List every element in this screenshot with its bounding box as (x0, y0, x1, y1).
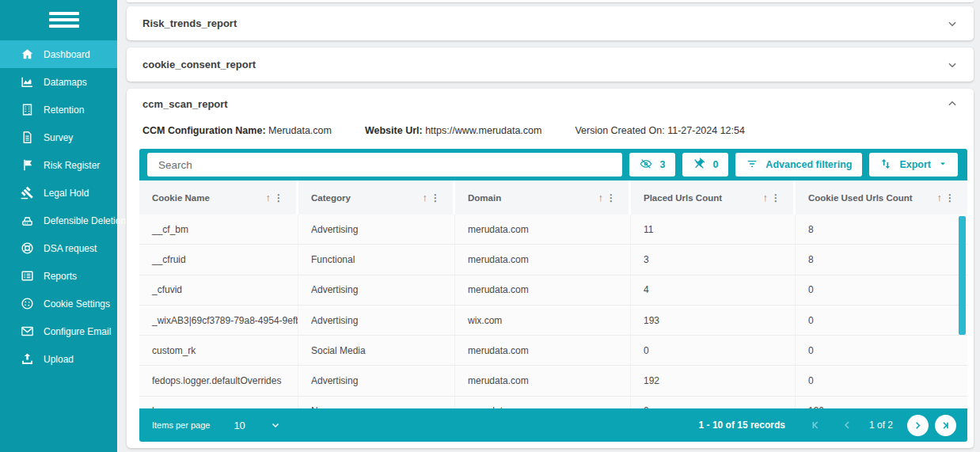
website-url: Website Url: https://www.merudata.com (365, 125, 541, 136)
first-page-icon[interactable] (806, 416, 825, 435)
table-cell: merudata.com (455, 397, 631, 408)
pin-off-icon (693, 158, 705, 173)
chevron-up-icon[interactable] (947, 98, 958, 109)
pinned-columns-button[interactable]: 0 (682, 153, 728, 177)
page-indicator-text: 1 of 2 (869, 420, 893, 431)
column-header-category[interactable]: Category ↑⋮ (298, 180, 455, 215)
sidebar-item-datamaps[interactable]: Datamaps (0, 68, 117, 96)
export-button[interactable]: Export (869, 153, 958, 177)
sidebar-item-dsa-request[interactable]: DSA request (0, 234, 117, 262)
table-cell: hs (139, 397, 298, 408)
table-header: Cookie Name ↑⋮ Category ↑⋮ Domain ↑⋮ Pla… (139, 180, 967, 215)
table-cell: Social Media (298, 336, 455, 365)
version-created-on: Version Created On: 11-27-2024 12:54 (575, 125, 745, 136)
accordion-title: ccm_scan_report (142, 98, 228, 110)
sidebar-item-dashboard[interactable]: Dashboard (0, 40, 117, 68)
table-cell: wix.com (455, 306, 631, 335)
table-cell: 0 (796, 275, 967, 305)
previous-page-icon[interactable] (838, 416, 857, 435)
sidebar-item-retention[interactable]: Retention (0, 96, 117, 123)
table-row[interactable]: hsNecessarymerudata.com0130 (139, 397, 967, 408)
column-label: Category (311, 193, 351, 203)
report-meta-row: CCM Configuration Name: Merudata.com Web… (127, 119, 974, 149)
sort-arrow-icon[interactable]: ↑ (937, 192, 943, 203)
sidebar-item-reports[interactable]: Reports (0, 262, 117, 290)
table-cell: 8 (796, 245, 967, 274)
table-cell: 8 (796, 215, 967, 244)
next-page-button[interactable] (907, 415, 929, 436)
table-cell: merudata.com (455, 245, 631, 274)
ccm-config-name-value: Merudata.com (268, 125, 332, 136)
table-cell: merudata.com (455, 336, 631, 365)
hamburger-menu-icon[interactable] (0, 0, 117, 40)
chevron-down-icon[interactable] (938, 159, 948, 171)
records-range-text: 1 - 10 of 15 records (699, 420, 785, 431)
main-content: Risk_trends_report cookie_consent_report… (117, 0, 980, 452)
column-header-domain[interactable]: Domain ↑⋮ (455, 180, 631, 215)
table-cell: 130 (796, 397, 967, 408)
column-menu-icon[interactable]: ⋮ (606, 192, 616, 203)
search-input[interactable] (147, 153, 622, 177)
table-body: __cf_bmAdvertisingmerudata.com118__cfrui… (139, 215, 967, 408)
sidebar-item-upload[interactable]: Upload (0, 345, 117, 373)
app-window: Dashboard Datamaps Retention Survey (0, 0, 980, 452)
table-row[interactable]: fedops.logger.defaultOverridesAdvertisin… (139, 366, 967, 396)
table-cell: Advertising (298, 366, 455, 395)
version-created-value: 11-27-2024 12:54 (667, 125, 745, 136)
website-url-label: Website Url: (365, 125, 423, 136)
column-label: Cookie Name (152, 193, 210, 203)
table-row[interactable]: __cf_bmAdvertisingmerudata.com118 (139, 215, 967, 245)
table-row[interactable]: _wixAB3|69cf3789-79a8-4954-9efb-44e5...A… (139, 306, 967, 336)
table-toolbar: 3 0 Advanced filtering (139, 149, 967, 180)
chevron-down-icon[interactable] (947, 18, 958, 29)
gavel-icon (20, 186, 34, 200)
ccm-config-name-label: CCM Configuration Name: (142, 125, 266, 136)
advanced-filtering-label: Advanced filtering (765, 159, 852, 170)
chevron-down-icon[interactable] (947, 59, 958, 70)
hidden-columns-button[interactable]: 3 (629, 153, 675, 177)
table-cell: 0 (631, 336, 796, 365)
pinned-columns-count: 0 (712, 159, 718, 170)
upload-icon (20, 352, 34, 367)
table-cell: 4 (631, 275, 796, 305)
sort-arrow-icon[interactable]: ↑ (763, 192, 769, 203)
accordion-risk-trends-report[interactable]: Risk_trends_report (127, 6, 974, 40)
column-menu-icon[interactable]: ⋮ (945, 192, 955, 203)
accordion-title: cookie_consent_report (142, 59, 256, 70)
column-header-cookie-name[interactable]: Cookie Name ↑⋮ (139, 180, 298, 215)
sidebar-item-risk-register[interactable]: Risk Register (0, 151, 117, 179)
chevron-down-icon[interactable] (271, 420, 280, 430)
column-header-placed-urls-count[interactable]: Placed Urls Count ↑⋮ (631, 180, 796, 215)
items-per-page-value[interactable]: 10 (234, 420, 245, 431)
table-cell: __cf_bm (139, 215, 298, 244)
table-row[interactable]: _cfuvidAdvertisingmerudata.com40 (139, 275, 967, 306)
sidebar-item-cookie-settings[interactable]: Cookie Settings (0, 290, 117, 317)
column-header-cookie-used-urls-count[interactable]: Cookie Used Urls Count ↑⋮ (796, 180, 967, 215)
sidebar-item-label: Upload (44, 354, 74, 365)
table-cell: merudata.com (455, 366, 631, 395)
sidebar-item-legal-hold[interactable]: Legal Hold (0, 179, 117, 207)
sort-arrow-icon[interactable]: ↑ (266, 192, 272, 203)
accordion-header-ccm-scan[interactable]: ccm_scan_report (127, 89, 974, 119)
table-cell: 0 (631, 397, 796, 408)
sidebar-item-survey[interactable]: Survey (0, 123, 117, 151)
column-menu-icon[interactable]: ⋮ (431, 192, 440, 203)
table-row[interactable]: custom_rkSocial Mediamerudata.com00 (139, 336, 967, 366)
sidebar-item-defensible-deletion[interactable]: Defensible Deletion (0, 207, 117, 234)
column-menu-icon[interactable]: ⋮ (771, 192, 781, 203)
sidebar: Dashboard Datamaps Retention Survey (0, 0, 117, 452)
table-cell: 11 (631, 215, 796, 244)
advanced-filtering-button[interactable]: Advanced filtering (735, 153, 862, 177)
vertical-scrollbar[interactable] (959, 216, 966, 335)
accordion-cookie-consent-report[interactable]: cookie_consent_report (127, 47, 974, 82)
sidebar-item-configure-email[interactable]: Configure Email (0, 317, 117, 345)
column-menu-icon[interactable]: ⋮ (274, 192, 283, 203)
sidebar-item-label: DSA request (44, 243, 97, 254)
table-cell: 3 (631, 245, 796, 274)
table-cell: Functional (298, 245, 455, 274)
last-page-button[interactable] (935, 415, 956, 436)
sort-arrow-icon[interactable]: ↑ (598, 192, 604, 203)
sort-arrow-icon[interactable]: ↑ (423, 192, 428, 203)
report-list-icon (20, 269, 34, 283)
table-row[interactable]: __cfruidFunctionalmerudata.com38 (139, 245, 967, 275)
